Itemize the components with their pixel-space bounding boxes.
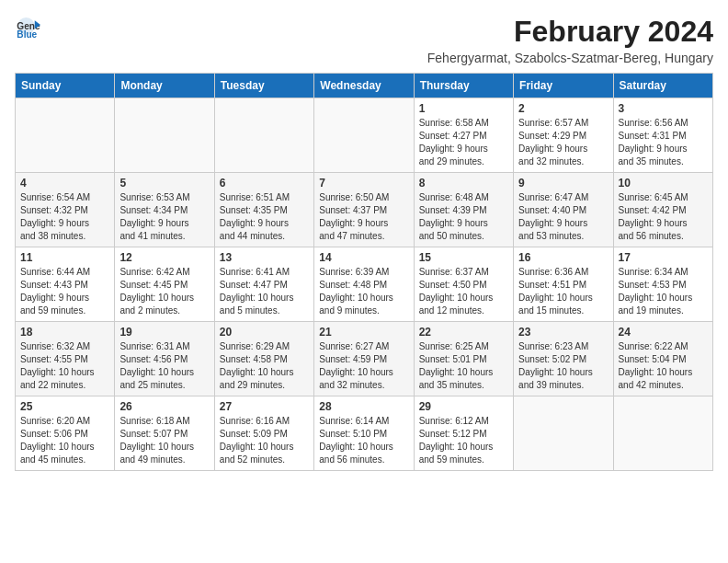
calendar-cell: [115, 98, 214, 173]
day-detail: Sunrise: 6:42 AMSunset: 4:45 PMDaylight:…: [119, 266, 209, 317]
day-number: 23: [518, 326, 608, 339]
week-row-3: 11Sunrise: 6:44 AMSunset: 4:43 PMDayligh…: [16, 247, 713, 322]
calendar-cell: [314, 98, 414, 173]
calendar-cell: 27Sunrise: 6:16 AMSunset: 5:09 PMDayligh…: [214, 396, 313, 471]
subtitle: Fehergyarmat, Szabolcs-Szatmar-Bereg, Hu…: [427, 51, 713, 65]
day-detail: Sunrise: 6:25 AMSunset: 5:01 PMDaylight:…: [419, 340, 508, 392]
day-detail: Sunrise: 6:56 AMSunset: 4:31 PMDaylight:…: [619, 117, 708, 168]
calendar-cell: 6Sunrise: 6:51 AMSunset: 4:35 PMDaylight…: [214, 173, 313, 247]
day-detail: Sunrise: 6:41 AMSunset: 4:47 PMDaylight:…: [220, 266, 309, 317]
weekday-header-saturday: Saturday: [613, 74, 712, 98]
calendar-cell: 29Sunrise: 6:12 AMSunset: 5:12 PMDayligh…: [414, 396, 513, 471]
day-number: 18: [20, 326, 109, 339]
day-detail: Sunrise: 6:22 AMSunset: 5:04 PMDaylight:…: [619, 340, 708, 392]
day-detail: Sunrise: 6:29 AMSunset: 4:58 PMDaylight:…: [220, 340, 309, 392]
day-detail: Sunrise: 6:44 AMSunset: 4:43 PMDaylight:…: [20, 266, 109, 317]
week-row-5: 25Sunrise: 6:20 AMSunset: 5:06 PMDayligh…: [16, 396, 713, 471]
weekday-header-thursday: Thursday: [414, 74, 513, 98]
day-detail: Sunrise: 6:58 AMSunset: 4:27 PMDaylight:…: [419, 117, 508, 168]
day-number: 11: [20, 251, 109, 264]
day-number: 9: [518, 177, 608, 190]
day-detail: Sunrise: 6:23 AMSunset: 5:02 PMDaylight:…: [518, 340, 608, 392]
day-number: 4: [20, 177, 109, 190]
calendar-table: SundayMondayTuesdayWednesdayThursdayFrid…: [15, 73, 713, 471]
calendar-cell: [16, 98, 115, 173]
weekday-header-sunday: Sunday: [16, 74, 115, 98]
day-number: 27: [220, 400, 309, 413]
calendar-cell: [514, 396, 613, 471]
title-area: February 2024 Fehergyarmat, Szabolcs-Sza…: [427, 15, 713, 65]
day-detail: Sunrise: 6:34 AMSunset: 4:53 PMDaylight:…: [619, 266, 708, 317]
day-number: 6: [220, 177, 309, 190]
day-detail: Sunrise: 6:14 AMSunset: 5:10 PMDaylight:…: [319, 415, 408, 466]
day-number: 13: [220, 251, 309, 264]
calendar-cell: 28Sunrise: 6:14 AMSunset: 5:10 PMDayligh…: [314, 396, 414, 471]
calendar-cell: 18Sunrise: 6:32 AMSunset: 4:55 PMDayligh…: [16, 322, 115, 396]
day-number: 3: [619, 102, 708, 115]
weekday-header-wednesday: Wednesday: [314, 74, 414, 98]
day-detail: Sunrise: 6:20 AMSunset: 5:06 PMDaylight:…: [20, 415, 109, 466]
day-detail: Sunrise: 6:39 AMSunset: 4:48 PMDaylight:…: [319, 266, 408, 317]
day-number: 5: [119, 177, 209, 190]
calendar-cell: [214, 98, 313, 173]
calendar-cell: 20Sunrise: 6:29 AMSunset: 4:58 PMDayligh…: [214, 322, 313, 396]
calendar-cell: 10Sunrise: 6:45 AMSunset: 4:42 PMDayligh…: [613, 173, 712, 247]
calendar-cell: 11Sunrise: 6:44 AMSunset: 4:43 PMDayligh…: [16, 247, 115, 322]
day-number: 28: [319, 400, 408, 413]
day-number: 20: [220, 326, 309, 339]
calendar-cell: 14Sunrise: 6:39 AMSunset: 4:48 PMDayligh…: [314, 247, 414, 322]
logo: General Blue: [15, 15, 40, 40]
day-detail: Sunrise: 6:31 AMSunset: 4:56 PMDaylight:…: [119, 340, 209, 392]
day-number: 1: [419, 102, 508, 115]
day-number: 14: [319, 251, 408, 264]
day-detail: Sunrise: 6:12 AMSunset: 5:12 PMDaylight:…: [419, 415, 508, 466]
day-number: 10: [619, 177, 708, 190]
day-number: 21: [319, 326, 408, 339]
calendar-cell: 5Sunrise: 6:53 AMSunset: 4:34 PMDaylight…: [115, 173, 214, 247]
day-detail: Sunrise: 6:53 AMSunset: 4:34 PMDaylight:…: [119, 191, 209, 243]
day-detail: Sunrise: 6:37 AMSunset: 4:50 PMDaylight:…: [419, 266, 508, 317]
day-detail: Sunrise: 6:36 AMSunset: 4:51 PMDaylight:…: [518, 266, 608, 317]
calendar-cell: 21Sunrise: 6:27 AMSunset: 4:59 PMDayligh…: [314, 322, 414, 396]
day-number: 17: [619, 251, 708, 264]
calendar-cell: 1Sunrise: 6:58 AMSunset: 4:27 PMDaylight…: [414, 98, 513, 173]
calendar-cell: 8Sunrise: 6:48 AMSunset: 4:39 PMDaylight…: [414, 173, 513, 247]
day-detail: Sunrise: 6:50 AMSunset: 4:37 PMDaylight:…: [319, 191, 408, 243]
calendar-cell: 13Sunrise: 6:41 AMSunset: 4:47 PMDayligh…: [214, 247, 313, 322]
day-number: 22: [419, 326, 508, 339]
calendar-cell: 17Sunrise: 6:34 AMSunset: 4:53 PMDayligh…: [613, 247, 712, 322]
day-number: 25: [20, 400, 109, 413]
week-row-1: 1Sunrise: 6:58 AMSunset: 4:27 PMDaylight…: [16, 98, 713, 173]
day-detail: Sunrise: 6:18 AMSunset: 5:07 PMDaylight:…: [119, 415, 209, 466]
day-detail: Sunrise: 6:51 AMSunset: 4:35 PMDaylight:…: [220, 191, 309, 243]
calendar-cell: 16Sunrise: 6:36 AMSunset: 4:51 PMDayligh…: [514, 247, 613, 322]
calendar-cell: [613, 396, 712, 471]
main-title: February 2024: [427, 15, 713, 49]
week-row-4: 18Sunrise: 6:32 AMSunset: 4:55 PMDayligh…: [16, 322, 713, 396]
calendar-cell: 15Sunrise: 6:37 AMSunset: 4:50 PMDayligh…: [414, 247, 513, 322]
day-detail: Sunrise: 6:45 AMSunset: 4:42 PMDaylight:…: [619, 191, 708, 243]
calendar-cell: 24Sunrise: 6:22 AMSunset: 5:04 PMDayligh…: [613, 322, 712, 396]
calendar-cell: 19Sunrise: 6:31 AMSunset: 4:56 PMDayligh…: [115, 322, 214, 396]
day-number: 16: [518, 251, 608, 264]
day-number: 7: [319, 177, 408, 190]
day-detail: Sunrise: 6:32 AMSunset: 4:55 PMDaylight:…: [20, 340, 109, 392]
day-detail: Sunrise: 6:16 AMSunset: 5:09 PMDaylight:…: [220, 415, 309, 466]
calendar-cell: 22Sunrise: 6:25 AMSunset: 5:01 PMDayligh…: [414, 322, 513, 396]
week-row-2: 4Sunrise: 6:54 AMSunset: 4:32 PMDaylight…: [16, 173, 713, 247]
day-number: 12: [119, 251, 209, 264]
weekday-header-row: SundayMondayTuesdayWednesdayThursdayFrid…: [16, 74, 713, 98]
day-detail: Sunrise: 6:27 AMSunset: 4:59 PMDaylight:…: [319, 340, 408, 392]
weekday-header-monday: Monday: [115, 74, 214, 98]
day-number: 15: [419, 251, 508, 264]
weekday-header-friday: Friday: [514, 74, 613, 98]
day-detail: Sunrise: 6:54 AMSunset: 4:32 PMDaylight:…: [20, 191, 109, 243]
weekday-header-tuesday: Tuesday: [214, 74, 313, 98]
calendar-cell: 3Sunrise: 6:56 AMSunset: 4:31 PMDaylight…: [613, 98, 712, 173]
day-detail: Sunrise: 6:48 AMSunset: 4:39 PMDaylight:…: [419, 191, 508, 243]
header: General Blue February 2024 Fehergyarmat,…: [15, 15, 713, 65]
calendar-cell: 12Sunrise: 6:42 AMSunset: 4:45 PMDayligh…: [115, 247, 214, 322]
calendar-cell: 26Sunrise: 6:18 AMSunset: 5:07 PMDayligh…: [115, 396, 214, 471]
svg-text:Blue: Blue: [17, 29, 37, 40]
day-number: 29: [419, 400, 508, 413]
